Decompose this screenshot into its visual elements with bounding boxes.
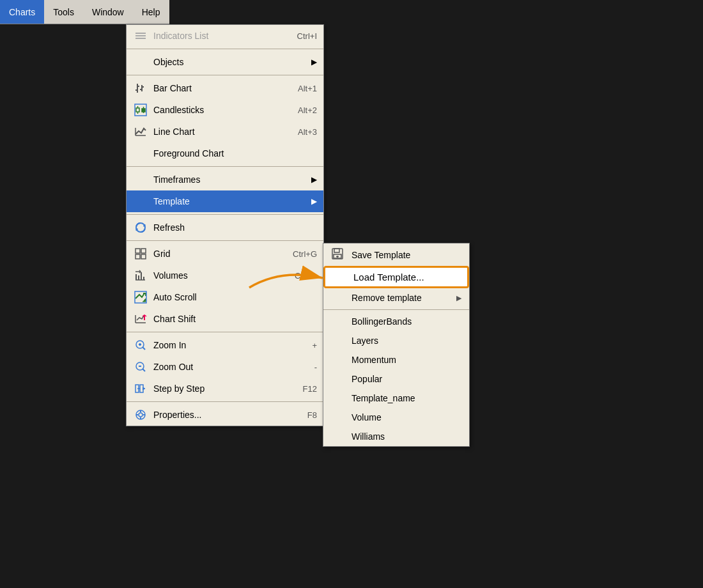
line-chart-icon [132,124,150,139]
menu-item-properties[interactable]: Properties... F8 [127,404,323,426]
template-submenu: Save Template Load Template... Remove te… [323,243,470,447]
save-template-icon [331,247,346,262]
foreground-chart-icon [132,146,150,161]
menu-tools-label: Tools [53,7,74,17]
properties-label: Properties... [153,410,295,420]
menu-item-line-chart[interactable]: Line Chart Alt+3 [127,121,323,143]
svg-rect-20 [135,254,140,259]
step-by-step-shortcut: F12 [303,384,317,394]
volumes-label: Volumes [153,270,282,281]
zoom-out-shortcut: - [314,362,317,372]
bollinger-bands-label: BollingerBands [352,316,461,327]
menu-item-template[interactable]: Template ▶ [127,190,323,212]
grid-shortcut: Ctrl+G [293,249,317,259]
foreground-chart-label: Foreground Chart [153,148,317,159]
separator-7 [127,401,323,402]
objects-label: Objects [153,57,306,67]
menu-window-label: Window [92,7,124,17]
separator-4 [127,214,323,215]
menu-item-refresh[interactable]: Refresh [127,217,323,238]
remove-template-label: Remove template [352,293,456,303]
svg-rect-49 [334,249,339,252]
grid-icon [132,246,150,261]
svg-line-38 [143,369,145,371]
remove-template-arrow: ▶ [456,294,461,302]
submenu-item-momentum[interactable]: Momentum [323,350,469,369]
submenu-item-volume[interactable]: Volume [323,408,469,427]
template-name-label: Template_name [352,393,461,403]
charts-dropdown: Indicators List Ctrl+I Objects ▶ Bar Cha… [126,24,324,426]
auto-scroll-icon [132,290,150,305]
menu-item-chart-shift[interactable]: Chart Shift [127,308,323,330]
separator-2 [127,75,323,75]
menu-item-objects[interactable]: Objects ▶ [127,51,323,73]
menu-item-auto-scroll[interactable]: Auto Scroll [127,286,323,308]
volumes-shortcut: Ctrl+L [295,271,317,281]
template-label: Template [153,196,306,206]
refresh-label: Refresh [153,222,317,233]
menu-charts[interactable]: Charts [0,0,44,24]
auto-scroll-label: Auto Scroll [153,292,317,302]
menu-charts-label: Charts [9,7,35,17]
menu-item-candlesticks[interactable]: Candlesticks Alt+2 [127,99,323,121]
menu-help-label: Help [142,7,160,17]
svg-point-43 [139,413,143,417]
submenu-item-template-name[interactable]: Template_name [323,389,469,408]
candlesticks-label: Candlesticks [153,105,285,115]
menu-item-volumes[interactable]: Volumes Ctrl+L [127,265,323,286]
template-icon [132,194,150,209]
menu-item-zoom-out[interactable]: Zoom Out - [127,356,323,378]
zoom-in-icon [132,337,150,353]
menu-item-timeframes[interactable]: Timeframes ▶ [127,169,323,190]
submenu-item-remove-template[interactable]: Remove template ▶ [323,288,469,307]
svg-rect-18 [135,249,140,253]
timeframes-label: Timeframes [153,174,306,185]
menu-item-bar-chart[interactable]: Bar Chart Alt+1 [127,77,323,99]
step-by-step-icon [132,381,150,396]
menu-item-zoom-in[interactable]: Zoom In + [127,334,323,356]
zoom-in-shortcut: + [312,341,317,350]
submenu-item-save-template[interactable]: Save Template [323,244,469,266]
bar-chart-shortcut: Alt+1 [298,84,317,93]
indicators-list-label: Indicators List [153,31,284,41]
menu-bar: Charts Tools Window Help [0,0,169,24]
chart-shift-label: Chart Shift [153,314,317,324]
menu-item-step-by-step[interactable]: Step by Step F12 [127,378,323,399]
timeframes-arrow: ▶ [311,175,317,184]
momentum-label: Momentum [352,355,461,365]
properties-icon [132,407,150,422]
svg-rect-21 [141,254,146,259]
submenu-item-williams[interactable]: Williams [323,427,469,446]
timeframes-icon [132,172,150,187]
submenu-separator-1 [323,309,469,310]
grid-label: Grid [153,249,280,259]
refresh-icon [132,220,150,235]
menu-item-grid[interactable]: Grid Ctrl+G [127,243,323,265]
williams-label: Williams [352,431,461,442]
layers-label: Layers [352,336,461,346]
zoom-out-label: Zoom Out [153,362,302,372]
indicators-list-shortcut: Ctrl+I [297,31,317,41]
menu-item-foreground-chart[interactable]: Foreground Chart [127,143,323,164]
submenu-item-layers[interactable]: Layers [323,331,469,350]
svg-rect-2 [135,38,146,39]
svg-rect-19 [141,249,146,253]
candlesticks-shortcut: Alt+2 [298,105,317,115]
load-template-label: Load Template... [353,272,460,282]
template-arrow: ▶ [311,197,317,206]
indicators-icon [132,28,150,43]
menu-tools[interactable]: Tools [44,0,83,24]
submenu-item-popular[interactable]: Popular [323,369,469,389]
menu-help[interactable]: Help [133,0,169,24]
menu-window[interactable]: Window [83,0,133,24]
volumes-icon [132,268,150,283]
svg-rect-0 [135,33,146,34]
separator-6 [127,332,323,332]
svg-rect-1 [135,35,146,36]
objects-icon [132,54,150,70]
submenu-item-bollinger-bands[interactable]: BollingerBands [323,312,469,331]
submenu-item-load-template[interactable]: Load Template... [323,266,469,288]
menu-item-indicators-list[interactable]: Indicators List Ctrl+I [127,25,323,47]
candlesticks-icon [132,102,150,118]
chart-shift-icon [132,311,150,327]
